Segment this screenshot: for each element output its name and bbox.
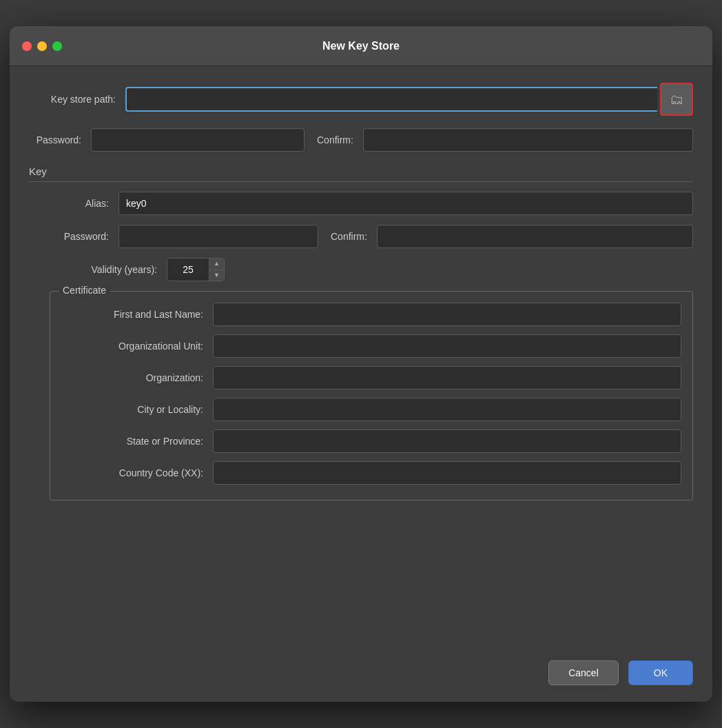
- alias-label: Alias:: [50, 198, 118, 209]
- key-confirm-group: Confirm:: [331, 225, 693, 248]
- first-last-name-input[interactable]: [213, 303, 681, 326]
- validity-label: Validity (years):: [50, 264, 167, 275]
- title-bar: New Key Store: [10, 26, 712, 66]
- first-last-name-label: First and Last Name:: [61, 309, 213, 320]
- state-label: State or Province:: [61, 436, 213, 447]
- keystore-password-row: Password: Confirm:: [29, 128, 693, 152]
- key-password-row: Password: Confirm:: [29, 225, 693, 248]
- password-input[interactable]: [91, 128, 305, 152]
- state-input[interactable]: [213, 429, 681, 453]
- dialog-content: Key store path: 🗂 Password: Confirm: Key: [10, 66, 712, 649]
- country-input[interactable]: [213, 461, 681, 485]
- password-label: Password:: [29, 134, 91, 145]
- country-label: Country Code (XX):: [61, 467, 213, 478]
- browse-folder-button[interactable]: 🗂: [660, 83, 693, 116]
- certificate-section: Certificate First and Last Name: Organiz…: [50, 291, 693, 501]
- validity-row: Validity (years): 25 ▲ ▼: [29, 258, 693, 281]
- key-confirm-label: Confirm:: [331, 231, 377, 242]
- confirm-input[interactable]: [363, 128, 693, 152]
- path-input-group: 🗂: [125, 83, 693, 116]
- key-password-label: Password:: [50, 231, 118, 242]
- first-last-name-row: First and Last Name:: [61, 303, 681, 326]
- org-input[interactable]: [213, 366, 681, 390]
- org-label: Organization:: [61, 372, 213, 383]
- org-row: Organization:: [61, 366, 681, 390]
- key-confirm-input[interactable]: [377, 225, 693, 248]
- org-unit-input[interactable]: [213, 334, 681, 358]
- spinner-up-button[interactable]: ▲: [209, 259, 224, 270]
- key-password-input[interactable]: [118, 225, 318, 248]
- dialog-title: New Key Store: [322, 40, 400, 52]
- key-section: Key Alias: Password: Confirm: Validity: [29, 165, 693, 501]
- keystore-path-label: Key store path:: [29, 94, 125, 105]
- spinner-down-button[interactable]: ▼: [209, 270, 224, 281]
- org-unit-label: Organizational Unit:: [61, 341, 213, 352]
- close-button[interactable]: [22, 41, 32, 51]
- alias-input[interactable]: [118, 192, 693, 215]
- maximize-button[interactable]: [52, 41, 62, 51]
- minimize-button[interactable]: [37, 41, 47, 51]
- folder-icon: 🗂: [670, 92, 683, 108]
- alias-row: Alias:: [29, 192, 693, 215]
- keystore-path-row: Key store path: 🗂: [29, 83, 693, 116]
- certificate-legend: Certificate: [59, 285, 110, 296]
- ok-button[interactable]: OK: [628, 660, 693, 685]
- city-row: City or Locality:: [61, 398, 681, 421]
- keystore-path-input[interactable]: [125, 87, 657, 112]
- cancel-button[interactable]: Cancel: [548, 660, 619, 685]
- dialog-footer: Cancel OK: [10, 649, 712, 702]
- org-unit-row: Organizational Unit:: [61, 334, 681, 358]
- key-section-label: Key: [29, 165, 693, 182]
- confirm-group: Confirm:: [317, 128, 693, 152]
- window-controls: [22, 41, 62, 51]
- city-label: City or Locality:: [61, 404, 213, 415]
- new-key-store-dialog: New Key Store Key store path: 🗂 Password…: [10, 26, 712, 702]
- confirm-label: Confirm:: [317, 134, 363, 145]
- state-row: State or Province:: [61, 429, 681, 453]
- country-row: Country Code (XX):: [61, 461, 681, 485]
- city-input[interactable]: [213, 398, 681, 421]
- validity-spinner: 25 ▲ ▼: [167, 258, 225, 281]
- key-password-group: Password:: [50, 225, 318, 248]
- password-group: Password:: [29, 128, 305, 152]
- validity-value: 25: [167, 264, 209, 275]
- spinner-buttons: ▲ ▼: [209, 259, 224, 281]
